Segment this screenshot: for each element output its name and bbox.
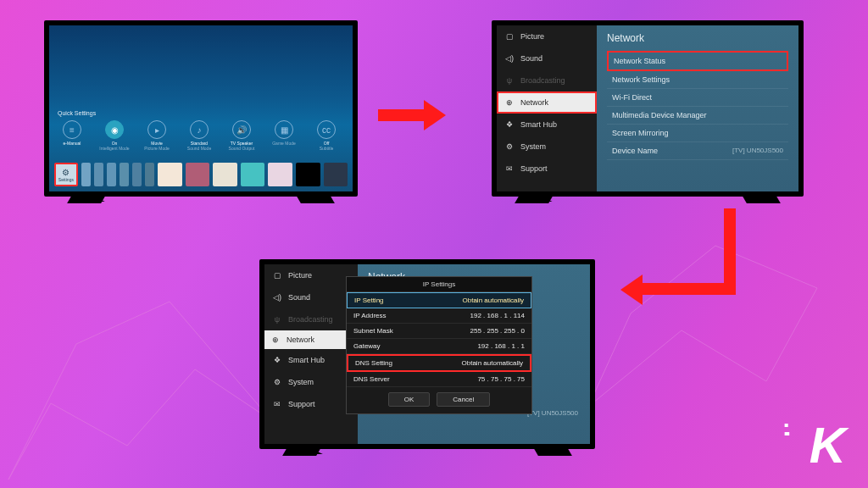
- app-tile[interactable]: [158, 163, 182, 186]
- logo-dots-icon: ▪▪▪: [784, 421, 787, 438]
- quick-settings-row: ≡e-Manual ◉OnIntelligent Mode ▸MoviePict…: [56, 120, 346, 151]
- gear-icon: ⚙: [62, 168, 70, 177]
- row-ip-address[interactable]: IP Address192 . 168 . 1 . 114: [347, 308, 531, 324]
- ok-button[interactable]: OK: [388, 392, 431, 407]
- qs-item-intelligent[interactable]: ◉OnIntelligent Mode: [98, 120, 131, 151]
- eye-icon: ◉: [105, 120, 124, 139]
- sidebar-item-support[interactable]: ✉Support: [264, 393, 358, 415]
- option-network-settings[interactable]: Network Settings: [607, 71, 788, 89]
- tv-step-1: Quick Settings ≡e-Manual ◉OnIntelligent …: [44, 20, 358, 197]
- quick-settings-label: Quick Settings: [58, 110, 96, 116]
- sidebar-item-network[interactable]: ⊕Network: [264, 330, 358, 349]
- arrow-step-1-to-2: [378, 100, 446, 130]
- option-wifi-direct[interactable]: Wi-Fi Direct: [607, 89, 788, 107]
- device-name-value: [TV] UN50JS500: [527, 409, 578, 417]
- qs-item-sound-mode[interactable]: ♪StandardSound Mode: [183, 120, 215, 151]
- qs-item-game-mode[interactable]: ▦Game Mode: [268, 120, 300, 151]
- tv-step-2: ▢Picture ◁)Sound ψBroadcasting ⊕Network …: [492, 20, 804, 197]
- sidebar-item-system[interactable]: ⚙System: [264, 371, 358, 393]
- gear-icon: ⚙: [271, 376, 283, 388]
- tv-step-3: ▢Picture ◁)Sound ψBroadcasting ⊕Network …: [259, 259, 595, 449]
- picture-icon: ▢: [504, 30, 515, 42]
- book-icon: ≡: [63, 120, 81, 139]
- row-ip-setting[interactable]: IP SettingObtain automatically: [347, 292, 531, 308]
- launcher-smallbtn[interactable]: [132, 163, 142, 186]
- cancel-button[interactable]: Cancel: [437, 392, 490, 407]
- launcher-smallbtn[interactable]: [81, 163, 91, 186]
- sidebar-item-network[interactable]: ⊕Network: [497, 92, 597, 114]
- app-tile[interactable]: [268, 163, 292, 186]
- settings-tile[interactable]: ⚙Settings: [54, 163, 78, 186]
- speaker-icon: 🔊: [232, 120, 251, 139]
- sound-icon: ◁): [271, 291, 283, 303]
- sidebar-item-support[interactable]: ✉Support: [497, 158, 597, 180]
- launcher-smallbtn[interactable]: [107, 163, 116, 186]
- game-icon: ▦: [275, 120, 293, 139]
- antenna-icon: ψ: [271, 313, 283, 325]
- qs-item-subtitle[interactable]: ccOffSubtitle: [310, 120, 342, 151]
- sidebar-item-picture[interactable]: ▢Picture: [497, 25, 597, 47]
- option-device-name[interactable]: Device Name [TV] UN50JS500: [607, 142, 788, 160]
- dialog-title: IP Settings: [347, 277, 531, 292]
- row-dns-setting[interactable]: DNS SettingObtain automatically: [347, 354, 531, 372]
- sidebar-item-sound[interactable]: ◁)Sound: [264, 286, 358, 308]
- site-logo: ▪▪▪ K: [810, 416, 843, 474]
- globe-icon: ⊕: [270, 334, 281, 346]
- launcher-smallbtn[interactable]: [120, 163, 129, 186]
- support-icon: ✉: [271, 398, 283, 410]
- option-screen-mirroring[interactable]: Screen Mirroring: [607, 125, 788, 142]
- app-tile[interactable]: [324, 163, 348, 186]
- sidebar-item-broadcasting[interactable]: ψBroadcasting: [264, 308, 358, 330]
- gear-icon: ⚙: [504, 141, 515, 152]
- sidebar-item-smarthub[interactable]: ❖Smart Hub: [497, 114, 597, 136]
- qs-item-sound-output[interactable]: 🔊TV SpeakerSound Output: [225, 120, 258, 151]
- settings-sidebar: ▢Picture ◁)Sound ψBroadcasting ⊕Network …: [264, 264, 358, 444]
- note-icon: ♪: [190, 120, 209, 139]
- sidebar-item-smarthub[interactable]: ❖Smart Hub: [264, 349, 358, 371]
- support-icon: ✉: [504, 163, 515, 175]
- panel-title: Network: [607, 32, 788, 44]
- sidebar-item-picture[interactable]: ▢Picture: [264, 264, 358, 286]
- cc-icon: cc: [317, 120, 336, 139]
- app-tile[interactable]: [186, 163, 210, 186]
- sidebar-item-sound[interactable]: ◁)Sound: [497, 47, 597, 69]
- app-tile[interactable]: [241, 163, 265, 186]
- row-dns-server[interactable]: DNS Server75 . 75 . 75 . 75: [347, 372, 531, 387]
- picture-icon: ▢: [271, 269, 283, 281]
- app-tile[interactable]: [213, 163, 237, 186]
- app-tile[interactable]: [296, 163, 320, 186]
- sidebar-item-broadcasting[interactable]: ψBroadcasting: [497, 69, 597, 92]
- hub-icon: ❖: [504, 119, 515, 130]
- row-subnet-mask[interactable]: Subnet Mask255 . 255 . 255 . 0: [347, 324, 531, 339]
- option-network-status[interactable]: Network Status: [607, 51, 788, 71]
- antenna-icon: ψ: [504, 75, 515, 86]
- hub-icon: ❖: [271, 354, 283, 366]
- globe-icon: ⊕: [504, 97, 515, 108]
- qs-item-emanual[interactable]: ≡e-Manual: [56, 120, 88, 151]
- settings-sidebar: ▢Picture ◁)Sound ψBroadcasting ⊕Network …: [497, 25, 597, 191]
- sound-icon: ◁): [504, 53, 515, 64]
- launcher-tiles: ⚙Settings: [54, 163, 348, 186]
- launcher-smallbtn[interactable]: [94, 163, 103, 186]
- row-gateway[interactable]: Gateway192 . 168 . 1 . 1: [347, 339, 531, 354]
- qs-item-picture-mode[interactable]: ▸MoviePicture Mode: [141, 120, 173, 151]
- launcher-smallbtn[interactable]: [145, 163, 154, 186]
- sidebar-item-system[interactable]: ⚙System: [497, 136, 597, 158]
- ip-settings-dialog: IP Settings IP SettingObtain automatical…: [346, 276, 532, 414]
- option-mdm[interactable]: Multimedia Device Manager: [607, 107, 788, 125]
- play-icon: ▸: [147, 120, 166, 139]
